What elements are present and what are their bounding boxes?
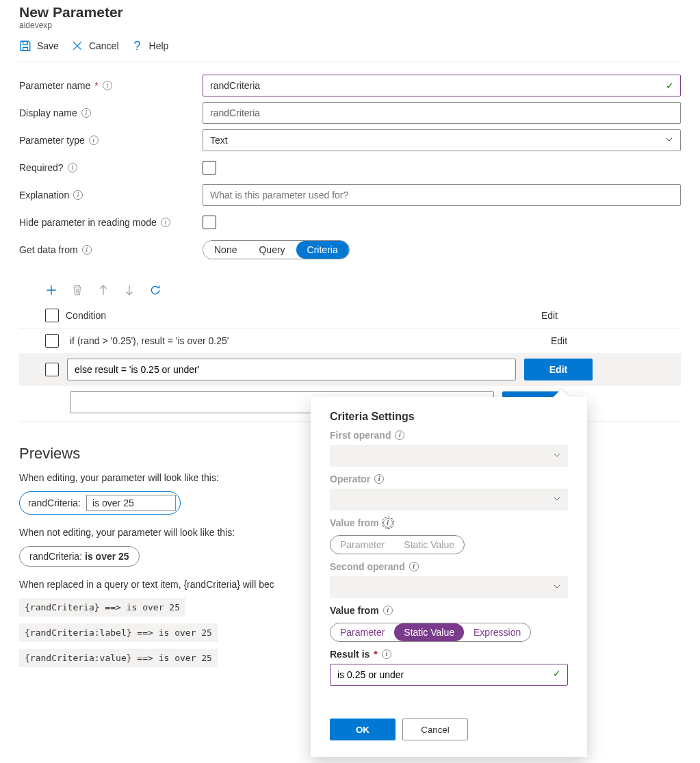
pill-query[interactable]: Query	[248, 241, 296, 259]
row-checkbox[interactable]	[45, 363, 59, 376]
info-icon[interactable]: i	[73, 190, 83, 200]
operator-select[interactable]	[330, 489, 568, 510]
result-is-input[interactable]	[330, 664, 568, 686]
criteria-table-header: Condition Edit	[19, 303, 681, 328]
info-icon[interactable]: i	[409, 562, 419, 571]
save-label: Save	[37, 40, 59, 51]
param-value-input[interactable]: is over 25	[86, 495, 176, 511]
close-icon	[71, 40, 83, 52]
chevron-down-icon	[665, 135, 673, 146]
select-all-checkbox[interactable]	[45, 309, 59, 322]
condition-input[interactable]	[67, 359, 516, 380]
pill-static-value[interactable]: Static Value	[394, 623, 464, 641]
code-preview-2: {randCriteria:label} ==> is over 25	[19, 623, 218, 642]
pill-parameter[interactable]: Parameter	[330, 536, 394, 554]
second-operand-select[interactable]	[330, 576, 568, 598]
chevron-down-icon	[553, 582, 561, 593]
value-from-label-2: Value from	[330, 605, 379, 616]
chevron-down-icon	[553, 450, 561, 461]
help-button[interactable]: ? Help	[131, 40, 169, 52]
condition-text: if (rand > '0.25'), result = 'is over 0.…	[67, 335, 543, 346]
delete-icon	[71, 284, 83, 296]
arrow-down-icon	[123, 284, 135, 296]
required-asterisk: *	[94, 80, 98, 91]
condition-header: Condition	[66, 310, 106, 321]
info-icon[interactable]: i	[383, 606, 393, 615]
hide-checkbox[interactable]	[203, 216, 216, 229]
check-icon: ✓	[666, 80, 674, 91]
info-icon[interactable]: i	[103, 81, 112, 90]
info-icon[interactable]: i	[89, 135, 99, 145]
value-from-pills-1: Parameter Static Value	[330, 535, 465, 554]
pill-none[interactable]: None	[203, 241, 248, 259]
page-title: New Parameter	[19, 4, 681, 21]
result-is-label: Result is	[330, 649, 370, 660]
first-operand-select[interactable]	[330, 445, 568, 467]
info-icon[interactable]: i	[161, 218, 170, 227]
info-icon[interactable]: i	[82, 245, 92, 255]
display-name-input[interactable]	[203, 102, 681, 124]
param-name-label: Parameter name	[19, 80, 90, 91]
info-icon[interactable]: i	[382, 649, 391, 659]
param-type-select[interactable]: Text	[203, 129, 681, 151]
form: Parameter name * i ✓ Display name i Para…	[19, 72, 681, 263]
value-from-label-1: Value from	[330, 517, 379, 528]
arrow-up-icon	[97, 284, 109, 296]
cancel-label: Cancel	[89, 40, 119, 51]
popover-title: Criteria Settings	[330, 411, 568, 423]
param-type-value: Text	[210, 135, 228, 146]
criteria-row: Edit	[19, 353, 681, 386]
refresh-icon[interactable]	[149, 284, 161, 296]
required-checkbox[interactable]	[203, 161, 216, 174]
row-checkbox[interactable]	[45, 334, 59, 348]
info-icon[interactable]: i	[374, 474, 384, 484]
info-icon[interactable]: i	[81, 108, 91, 118]
pill-parameter[interactable]: Parameter	[330, 623, 394, 641]
required-label: Required?	[19, 162, 64, 173]
info-icon[interactable]: i	[68, 163, 77, 172]
get-data-label: Get data from	[19, 244, 78, 255]
operator-label: Operator	[330, 474, 370, 484]
explanation-input[interactable]	[203, 184, 681, 206]
edit-button[interactable]: Edit	[524, 359, 593, 380]
param-preview-editing: randCriteria: is over 25	[19, 491, 181, 515]
page-header: New Parameter aidevexp	[19, 0, 681, 30]
pill-expression[interactable]: Expression	[464, 623, 530, 641]
second-operand-label: Second operand	[330, 561, 405, 572]
edit-link[interactable]: Edit	[551, 335, 567, 346]
first-operand-label: First operand	[330, 430, 391, 441]
param-label: randCriteria:	[28, 497, 81, 508]
param-name-input[interactable]	[203, 75, 681, 96]
save-icon	[19, 40, 31, 52]
hide-label: Hide parameter in reading mode	[19, 217, 157, 228]
value-from-pills-2: Parameter Static Value Expression	[330, 623, 531, 642]
required-asterisk: *	[374, 649, 377, 660]
pill-criteria[interactable]: Criteria	[296, 241, 349, 259]
param-type-label: Parameter type	[19, 135, 85, 146]
param-value-ro: is over 25	[85, 551, 129, 562]
pill-static-value[interactable]: Static Value	[394, 536, 464, 554]
check-icon: ✓	[553, 668, 561, 679]
chevron-down-icon	[553, 494, 561, 505]
info-icon[interactable]: i	[395, 430, 404, 440]
criteria-row: if (rand > '0.25'), result = 'is over 0.…	[19, 328, 681, 353]
page-subtitle: aidevexp	[19, 21, 681, 30]
explanation-label: Explanation	[19, 190, 69, 201]
criteria-toolbar	[45, 284, 681, 296]
code-preview-3: {randCriteria:value} ==> is over 25	[19, 649, 218, 667]
param-preview-readonly: randCriteria: is over 25	[19, 546, 140, 567]
get-data-pills: None Query Criteria	[203, 240, 350, 259]
cancel-button[interactable]: Cancel	[71, 40, 119, 52]
help-label: Help	[149, 40, 169, 51]
display-name-label: Display name	[19, 107, 77, 118]
info-icon[interactable]: i	[383, 518, 393, 528]
param-label-ro: randCriteria:	[29, 551, 82, 562]
save-button[interactable]: Save	[19, 40, 59, 52]
question-icon: ?	[131, 40, 144, 52]
toolbar: Save Cancel ? Help	[19, 40, 681, 62]
criteria-settings-popover: Criteria Settings First operandi Operato…	[311, 397, 587, 695]
code-preview-1: {randCriteria} ==> is over 25	[19, 598, 185, 617]
edit-header: Edit	[541, 310, 558, 321]
add-icon[interactable]	[45, 284, 57, 296]
